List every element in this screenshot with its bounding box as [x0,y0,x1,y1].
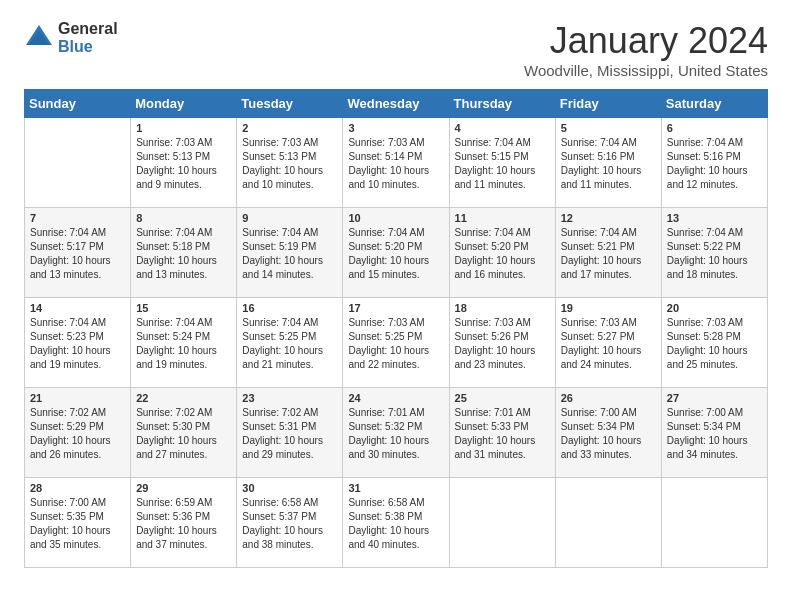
day-info: Sunrise: 7:03 AM Sunset: 5:13 PM Dayligh… [242,136,337,192]
day-info: Sunrise: 7:03 AM Sunset: 5:27 PM Dayligh… [561,316,656,372]
calendar-cell: 19Sunrise: 7:03 AM Sunset: 5:27 PM Dayli… [555,298,661,388]
day-info: Sunrise: 7:02 AM Sunset: 5:29 PM Dayligh… [30,406,125,462]
logo: General Blue [24,20,118,56]
day-info: Sunrise: 7:04 AM Sunset: 5:19 PM Dayligh… [242,226,337,282]
header-row: Sunday Monday Tuesday Wednesday Thursday… [25,90,768,118]
header-friday: Friday [555,90,661,118]
header-saturday: Saturday [661,90,767,118]
day-number: 5 [561,122,656,134]
day-number: 26 [561,392,656,404]
calendar-week-3: 14Sunrise: 7:04 AM Sunset: 5:23 PM Dayli… [25,298,768,388]
day-info: Sunrise: 7:02 AM Sunset: 5:31 PM Dayligh… [242,406,337,462]
day-number: 8 [136,212,231,224]
day-number: 15 [136,302,231,314]
day-number: 4 [455,122,550,134]
calendar-cell: 2Sunrise: 7:03 AM Sunset: 5:13 PM Daylig… [237,118,343,208]
day-number: 6 [667,122,762,134]
logo-icon [24,23,54,53]
header-sunday: Sunday [25,90,131,118]
calendar-header: Sunday Monday Tuesday Wednesday Thursday… [25,90,768,118]
calendar-cell: 14Sunrise: 7:04 AM Sunset: 5:23 PM Dayli… [25,298,131,388]
day-info: Sunrise: 7:04 AM Sunset: 5:15 PM Dayligh… [455,136,550,192]
day-number: 31 [348,482,443,494]
day-number: 1 [136,122,231,134]
calendar-week-1: 1Sunrise: 7:03 AM Sunset: 5:13 PM Daylig… [25,118,768,208]
calendar-cell: 10Sunrise: 7:04 AM Sunset: 5:20 PM Dayli… [343,208,449,298]
logo-text-general: General [58,20,118,37]
calendar-cell: 13Sunrise: 7:04 AM Sunset: 5:22 PM Dayli… [661,208,767,298]
day-number: 22 [136,392,231,404]
calendar-cell: 22Sunrise: 7:02 AM Sunset: 5:30 PM Dayli… [131,388,237,478]
calendar-cell: 26Sunrise: 7:00 AM Sunset: 5:34 PM Dayli… [555,388,661,478]
calendar-cell: 21Sunrise: 7:02 AM Sunset: 5:29 PM Dayli… [25,388,131,478]
day-number: 18 [455,302,550,314]
calendar-body: 1Sunrise: 7:03 AM Sunset: 5:13 PM Daylig… [25,118,768,568]
calendar-week-2: 7Sunrise: 7:04 AM Sunset: 5:17 PM Daylig… [25,208,768,298]
day-number: 11 [455,212,550,224]
day-number: 28 [30,482,125,494]
header-area: General Blue January 2024 Woodville, Mis… [24,20,768,79]
calendar-cell: 23Sunrise: 7:02 AM Sunset: 5:31 PM Dayli… [237,388,343,478]
day-number: 2 [242,122,337,134]
day-number: 7 [30,212,125,224]
day-info: Sunrise: 7:04 AM Sunset: 5:25 PM Dayligh… [242,316,337,372]
title-area: January 2024 Woodville, Mississippi, Uni… [524,20,768,79]
day-number: 29 [136,482,231,494]
calendar-cell: 18Sunrise: 7:03 AM Sunset: 5:26 PM Dayli… [449,298,555,388]
header-thursday: Thursday [449,90,555,118]
header-wednesday: Wednesday [343,90,449,118]
day-number: 27 [667,392,762,404]
calendar-cell: 25Sunrise: 7:01 AM Sunset: 5:33 PM Dayli… [449,388,555,478]
day-info: Sunrise: 7:03 AM Sunset: 5:25 PM Dayligh… [348,316,443,372]
day-info: Sunrise: 7:04 AM Sunset: 5:23 PM Dayligh… [30,316,125,372]
day-info: Sunrise: 7:00 AM Sunset: 5:35 PM Dayligh… [30,496,125,552]
calendar-subtitle: Woodville, Mississippi, United States [524,62,768,79]
calendar-cell: 29Sunrise: 6:59 AM Sunset: 5:36 PM Dayli… [131,478,237,568]
calendar-cell: 31Sunrise: 6:58 AM Sunset: 5:38 PM Dayli… [343,478,449,568]
calendar-cell: 3Sunrise: 7:03 AM Sunset: 5:14 PM Daylig… [343,118,449,208]
header-monday: Monday [131,90,237,118]
calendar-cell: 17Sunrise: 7:03 AM Sunset: 5:25 PM Dayli… [343,298,449,388]
day-number: 21 [30,392,125,404]
calendar-cell [449,478,555,568]
day-info: Sunrise: 7:01 AM Sunset: 5:33 PM Dayligh… [455,406,550,462]
day-number: 13 [667,212,762,224]
day-number: 10 [348,212,443,224]
day-info: Sunrise: 7:04 AM Sunset: 5:20 PM Dayligh… [348,226,443,282]
day-info: Sunrise: 7:03 AM Sunset: 5:28 PM Dayligh… [667,316,762,372]
calendar-cell: 11Sunrise: 7:04 AM Sunset: 5:20 PM Dayli… [449,208,555,298]
day-info: Sunrise: 7:00 AM Sunset: 5:34 PM Dayligh… [561,406,656,462]
header-tuesday: Tuesday [237,90,343,118]
day-info: Sunrise: 7:04 AM Sunset: 5:16 PM Dayligh… [667,136,762,192]
day-number: 25 [455,392,550,404]
day-number: 23 [242,392,337,404]
day-info: Sunrise: 6:58 AM Sunset: 5:38 PM Dayligh… [348,496,443,552]
calendar-cell: 16Sunrise: 7:04 AM Sunset: 5:25 PM Dayli… [237,298,343,388]
calendar-cell: 15Sunrise: 7:04 AM Sunset: 5:24 PM Dayli… [131,298,237,388]
day-info: Sunrise: 7:04 AM Sunset: 5:24 PM Dayligh… [136,316,231,372]
day-info: Sunrise: 7:04 AM Sunset: 5:17 PM Dayligh… [30,226,125,282]
logo-text-blue: Blue [58,38,93,55]
day-info: Sunrise: 7:04 AM Sunset: 5:18 PM Dayligh… [136,226,231,282]
day-number: 19 [561,302,656,314]
day-info: Sunrise: 6:58 AM Sunset: 5:37 PM Dayligh… [242,496,337,552]
calendar-cell: 12Sunrise: 7:04 AM Sunset: 5:21 PM Dayli… [555,208,661,298]
calendar-cell: 6Sunrise: 7:04 AM Sunset: 5:16 PM Daylig… [661,118,767,208]
calendar-week-4: 21Sunrise: 7:02 AM Sunset: 5:29 PM Dayli… [25,388,768,478]
day-info: Sunrise: 7:03 AM Sunset: 5:13 PM Dayligh… [136,136,231,192]
day-info: Sunrise: 6:59 AM Sunset: 5:36 PM Dayligh… [136,496,231,552]
day-number: 24 [348,392,443,404]
day-info: Sunrise: 7:04 AM Sunset: 5:22 PM Dayligh… [667,226,762,282]
day-number: 20 [667,302,762,314]
calendar-cell: 7Sunrise: 7:04 AM Sunset: 5:17 PM Daylig… [25,208,131,298]
calendar-cell: 4Sunrise: 7:04 AM Sunset: 5:15 PM Daylig… [449,118,555,208]
calendar-cell: 8Sunrise: 7:04 AM Sunset: 5:18 PM Daylig… [131,208,237,298]
calendar-week-5: 28Sunrise: 7:00 AM Sunset: 5:35 PM Dayli… [25,478,768,568]
calendar-cell [661,478,767,568]
day-info: Sunrise: 7:03 AM Sunset: 5:26 PM Dayligh… [455,316,550,372]
day-number: 3 [348,122,443,134]
day-info: Sunrise: 7:04 AM Sunset: 5:20 PM Dayligh… [455,226,550,282]
day-number: 17 [348,302,443,314]
day-info: Sunrise: 7:02 AM Sunset: 5:30 PM Dayligh… [136,406,231,462]
day-number: 14 [30,302,125,314]
